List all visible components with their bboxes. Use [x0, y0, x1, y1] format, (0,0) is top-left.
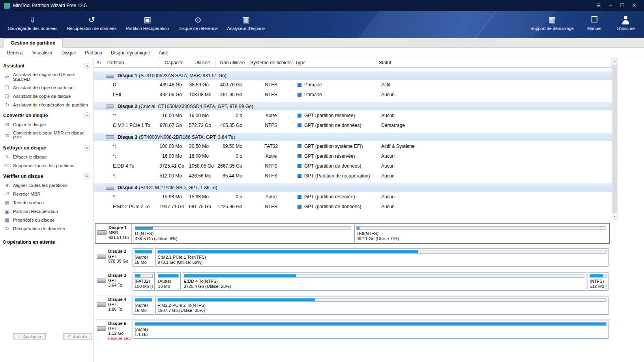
sidebar-item[interactable]: ❏Assistant de copie de disque: [0, 92, 93, 101]
toolbar-button-space-analyzer[interactable]: ▥Analyseur d'espace: [227, 14, 265, 31]
menu-item-1[interactable]: Général: [2, 50, 28, 56]
disk-map-label-text: Disque 4GPT1.86 To: [108, 297, 126, 315]
vertical-scrollbar[interactable]: ▲ ▼: [612, 58, 618, 220]
disk-name: Disque 3: [118, 134, 137, 140]
disk-map-row[interactable]: Disque 5GPT1.12 GoLecture seule(Autre)1.…: [95, 319, 610, 340]
sidebar-item[interactable]: ✎Effacer le disque: [0, 153, 93, 161]
usage-fill: [158, 299, 315, 301]
sidebar-item[interactable]: ⇄Assistant de migration OS vers SSD/HD: [0, 71, 93, 83]
partition-block-size: 16 Mo: [135, 260, 152, 265]
partition-block[interactable]: F:M2.2 PCIe 2 To(NTFS)1907.7 Go (Utilisé…: [155, 297, 608, 315]
sidebar-item[interactable]: ▦Test de surface: [0, 198, 93, 207]
menu-item-5[interactable]: Disque dynamique: [107, 50, 154, 56]
sidebar-section-header[interactable]: Vérifier un disque∧: [0, 170, 93, 181]
disk-map-row[interactable]: Disque 3GPT3.64 To(FAT32)100 Mo (Utilisé…: [95, 271, 610, 292]
partition-row[interactable]: *:15.98 Mo15.98 Mo0 oAutreGPT (partition…: [94, 192, 612, 202]
partition-row[interactable]: *:16.00 Mo16.00 Mo0 oAutreGPT (partition…: [94, 110, 612, 120]
disk-map-row[interactable]: Disque 2GPT978.09 Go(Autre)16 MoC:M2.1 P…: [95, 247, 610, 268]
minimize-icon[interactable]: –: [605, 0, 616, 11]
disk-map-label: Disque 2GPT978.09 Go: [95, 247, 131, 268]
cancel-button[interactable]: ↶ Annuler: [63, 333, 92, 340]
sidebar-item[interactable]: ▣Partition Récupération: [0, 207, 93, 216]
maximize-icon[interactable]: ❐: [616, 0, 628, 11]
scroll-down-icon[interactable]: ▼: [612, 213, 618, 219]
scroll-up-icon[interactable]: ▲: [612, 58, 618, 64]
disk-map-readonly-label: Lecture seule: [108, 336, 131, 340]
sidebar-section-header[interactable]: Assistant∧: [0, 60, 93, 71]
partition-row[interactable]: D:439.46 Go38.69 Go400.76 GoNTFSPrimaire…: [94, 80, 612, 90]
partition-block[interactable]: (Autre)16 Mo: [133, 248, 154, 267]
sidebar-section-header[interactable]: Convertir un disque∧: [0, 109, 93, 120]
cell-partition: *:: [104, 144, 159, 149]
disk-map-row[interactable]: Disque 4GPT1.86 To(Autre)16 MoF:M2.2 PCI…: [95, 295, 610, 316]
cell-status: Actif: [376, 82, 612, 88]
cell-unused: 400.76 Go: [216, 82, 249, 88]
refresh-icon[interactable]: ↻: [94, 58, 104, 67]
toolbar-button-disk-benchmark[interactable]: ⊙Disque de référence: [178, 14, 217, 31]
toolbar-button-partition-recovery[interactable]: ▣Partition Récupération: [126, 14, 169, 31]
sidebar-item-label: Assistant de récupération de partition: [13, 103, 88, 107]
collapse-icon[interactable]: ∧: [84, 145, 90, 151]
cell-type: GPT (partition de données): [293, 163, 376, 169]
collapse-icon[interactable]: ∧: [84, 112, 90, 118]
sidebar-item[interactable]: ⇆Convertir un disque MBR en disque GPT: [0, 129, 93, 142]
disk-map-row[interactable]: Disque 1MBR931.51 GoD:(NTFS)439.5 Go (Ut…: [95, 223, 610, 244]
menu-item-3[interactable]: Disque: [57, 50, 80, 56]
sidebar-item[interactable]: ↻Assistant de récupération de partition: [0, 101, 93, 109]
partition-block[interactable]: C:M2.1 PCIe 1 To(NTFS)978.1 Go (Utilisé:…: [155, 248, 608, 267]
disk-group-row[interactable]: Disque 1(ST31000523AS SATA, MBR, 931.51 …: [94, 71, 612, 80]
partition-row[interactable]: *:100.00 Mo30.50 Mo69.50 MoFAT32GPT (par…: [94, 141, 612, 151]
collapse-icon[interactable]: ∧: [84, 173, 90, 179]
sidebar-item[interactable]: ↻Récupération de données: [0, 224, 93, 233]
partition-block[interactable]: D:(NTFS)439.5 Go (Utilisé: 8%): [133, 225, 353, 242]
sidebar-item[interactable]: ⊞Copier le disque: [0, 120, 93, 129]
sidebar-item[interactable]: ≡Aligner toutes les partitions: [0, 181, 93, 190]
partition-row[interactable]: C:M2.1 PCIe 1 To978.07 Go572.72 Go405.35…: [94, 120, 612, 130]
menu-item-4[interactable]: Partition: [80, 50, 107, 56]
disk-icon: [97, 278, 106, 283]
disk-group-row[interactable]: Disque 2(Crucial_CT1050MX300SSD4 SATA, G…: [94, 102, 612, 110]
close-icon[interactable]: ✕: [628, 0, 640, 11]
toolbar-button-bootable-media[interactable]: ▦Support de démarrage: [530, 14, 574, 31]
toolbar-button-backup[interactable]: ⇓Sauvegarde des données: [8, 14, 57, 31]
cell-capacity: 492.06 Go: [159, 92, 189, 97]
partition-row[interactable]: F:M2.2 PCIe 2 To1907.71 Go681.75 Go1225.…: [94, 202, 612, 211]
cell-status: Actif & Système: [376, 144, 612, 149]
disk-map-name: Disque 3: [108, 273, 126, 278]
menu-item-6[interactable]: Aide: [154, 50, 172, 56]
disk-map-size: 1.86 To: [108, 307, 126, 312]
partition-row[interactable]: E:DD 4 To3725.41 Go1058.05 Go2667.35 GoN…: [94, 161, 612, 171]
partition-block[interactable]: I:EII(NTFS)492.1 Go (Utilisé: 0%): [354, 225, 608, 242]
disk-map-scheme: GPT: [108, 278, 126, 283]
partition-block[interactable]: E:DD 4 To(NTFS)3725.4 Go (Utilisé: 28%): [182, 272, 587, 291]
disk-group-row[interactable]: Disque 3(ST4000VN008-2DR166 SATA, GPT, 3…: [94, 133, 612, 141]
partition-block[interactable]: (NTFS)512 Mo (Utilisé: 83%): [588, 272, 608, 291]
sidebar-item[interactable]: ↺Recréer MBR: [0, 190, 93, 198]
partition-row[interactable]: *:16.00 Mo16.00 Mo0 oAutreGPT (partition…: [94, 151, 612, 161]
partition-block[interactable]: (Autre)16 Mo: [133, 297, 154, 315]
collapse-icon[interactable]: ∧: [84, 63, 90, 69]
partition-block[interactable]: (Autre)1.1 Go: [133, 321, 608, 339]
partition-block[interactable]: (FAT32)100 Mo (Utilisé: 31%): [133, 272, 155, 291]
disk-details: (ST31000523AS SATA, MBR, 931.51 Go): [139, 73, 227, 78]
scrollbar-thumb[interactable]: [612, 65, 617, 213]
partition-block-label: D:(NTFS): [135, 231, 351, 236]
menu-icon[interactable]: ☰: [593, 0, 605, 11]
apply-button[interactable]: ✓ Appliquer: [13, 333, 46, 340]
sidebar-section-header[interactable]: Nettoyer un disque∧: [0, 142, 93, 153]
sidebar-item[interactable]: ⌫Supprimer toutes les partitions: [0, 161, 93, 170]
toolbar-button-register[interactable]: S'inscrire: [615, 14, 637, 31]
toolbar-button-manual[interactable]: ❒Manuel: [583, 14, 605, 31]
disk-group-row[interactable]: Disque 4(SPCC M.2 PCIe SSD, GPT, 1.86 To…: [94, 183, 612, 192]
data-recovery-icon: ↺: [86, 14, 97, 25]
partition-block[interactable]: (Autre)16 Mo: [156, 272, 180, 291]
tab-gestion-de-partition[interactable]: Gestion de partition: [3, 38, 63, 48]
usage-fill: [135, 250, 152, 253]
sidebar-item[interactable]: ❐Assistant de copie de partition: [0, 83, 93, 92]
sidebar-item-label: Assistant de migration OS vers SSD/HD: [13, 72, 92, 82]
menu-item-2[interactable]: Visualiser: [28, 50, 57, 56]
partition-row[interactable]: I:EII492.06 Go108.08 Mo491.95 GoNTFSPrim…: [94, 90, 612, 99]
toolbar-button-data-recovery[interactable]: ↺Récupération de données: [67, 14, 116, 31]
sidebar-item[interactable]: ▤Propriétés du disque: [0, 216, 93, 224]
partition-row[interactable]: *:512.00 Mo426.56 Mo85.44 MoNTFSGPT (Par…: [94, 171, 612, 181]
